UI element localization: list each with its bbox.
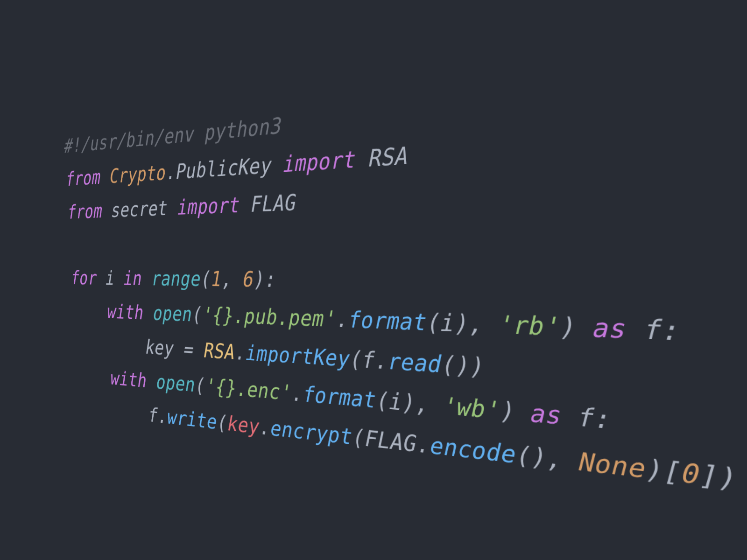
paren-close: ) — [716, 461, 735, 494]
bracket-open: [ — [661, 455, 679, 488]
paren-open: ( — [514, 441, 530, 470]
dot: . — [233, 340, 245, 365]
paren-open: ( — [190, 302, 202, 326]
paren-open: ( — [215, 410, 226, 434]
var-f: f — [360, 346, 374, 373]
paren-open: ( — [374, 387, 388, 414]
paren-close: ) — [498, 396, 514, 426]
fn-format: format — [301, 381, 375, 413]
paren-close: ) — [452, 309, 467, 337]
fn-encode: encode — [428, 432, 514, 469]
var-i: i — [104, 267, 114, 289]
paren-open: ( — [425, 308, 439, 336]
colon: : — [263, 267, 275, 292]
var-f: f — [576, 402, 592, 433]
var-i: i — [387, 388, 401, 415]
fn-range: range — [150, 267, 200, 291]
comma: , — [414, 390, 442, 419]
string: 'rb' — [496, 310, 558, 341]
keyword-from: from — [66, 200, 102, 223]
keyword-for: for — [70, 267, 96, 289]
fn-read: read — [386, 348, 441, 378]
keyword-from: from — [64, 166, 100, 190]
module-crypto: Crypto — [108, 161, 165, 187]
colon: : — [592, 403, 609, 434]
string: 'wb' — [441, 392, 499, 424]
fn-importkey: importKey — [244, 341, 348, 371]
var-f: f — [642, 314, 660, 346]
var-f: f — [147, 403, 157, 427]
dot: . — [334, 306, 347, 332]
number: 6 — [241, 267, 253, 291]
comma: , — [544, 443, 577, 476]
import-target: RSA — [367, 142, 408, 172]
var-key: key — [144, 336, 173, 360]
paren-open: ( — [440, 350, 454, 378]
paren-close: ) — [400, 389, 414, 416]
keyword-as: as — [528, 399, 560, 430]
fn-format: format — [346, 307, 425, 336]
const-flag: FLAG — [363, 425, 415, 457]
module-secret: secret — [110, 196, 167, 222]
paren-close: ) — [558, 312, 575, 342]
keyword-in: in — [122, 267, 141, 289]
fn-encrypt: encrypt — [268, 416, 351, 449]
keyword-as: as — [591, 313, 625, 344]
string: '{}.enc' — [204, 374, 290, 405]
colon: : — [660, 315, 678, 346]
import-target: FLAG — [249, 189, 295, 217]
eq: = — [172, 337, 203, 362]
dot: . — [415, 430, 429, 458]
const-none: None — [577, 447, 644, 483]
dot: . — [258, 414, 270, 440]
paren-open: ( — [348, 346, 361, 372]
keyword-with: with — [109, 367, 146, 392]
string: '{}.pub.pem' — [200, 303, 335, 332]
number: 0 — [679, 457, 698, 490]
dot: . — [373, 347, 387, 374]
paren-close: ) — [529, 442, 545, 472]
paren-close: ) — [252, 267, 264, 292]
dot: . — [164, 160, 175, 184]
dot: . — [289, 380, 302, 406]
code-block: #!/usr/bin/env python3from Crypto.Public… — [63, 25, 747, 538]
paren-open: ( — [350, 424, 363, 451]
module-publickey: PublicKey — [174, 153, 271, 183]
paren-close: ) — [468, 352, 483, 380]
var-i: i — [438, 309, 453, 337]
var-key: key — [226, 411, 259, 438]
comma: , — [220, 267, 242, 291]
fn-write: write — [166, 405, 216, 434]
fn-open: open — [151, 301, 191, 326]
number: 1 — [209, 267, 220, 291]
class-rsa: RSA — [202, 338, 234, 364]
dot: . — [156, 404, 167, 427]
keyword-with: with — [106, 301, 143, 324]
paren-close: ) — [454, 351, 469, 380]
keyword-import: import — [282, 146, 355, 177]
keyword-import: import — [176, 193, 239, 219]
paren-close: ) — [643, 454, 661, 486]
paren-open: ( — [199, 267, 210, 291]
comma: , — [467, 309, 497, 338]
paren-open: ( — [193, 373, 204, 397]
bracket-close: ] — [698, 459, 716, 492]
fn-open: open — [155, 370, 194, 396]
